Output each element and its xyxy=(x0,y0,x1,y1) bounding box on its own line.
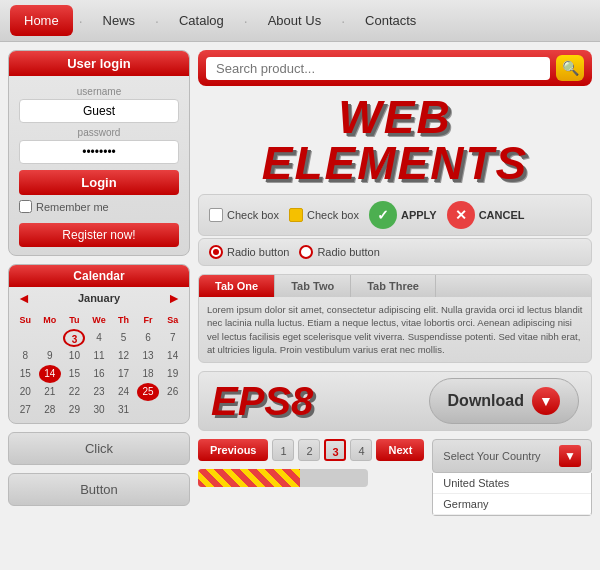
cal-day[interactable]: 22 xyxy=(63,383,85,401)
tab-one[interactable]: Tab One xyxy=(199,275,275,297)
day-mo: Mo xyxy=(39,311,61,329)
cal-day[interactable]: 15 xyxy=(63,365,85,383)
web-elements-title: WEB ELEMENTS xyxy=(198,94,592,186)
cal-day xyxy=(162,401,184,419)
progress-bar-fill xyxy=(198,469,300,487)
apply-icon: ✓ xyxy=(369,201,397,229)
remember-label: Remember me xyxy=(36,201,109,213)
tab-three[interactable]: Tab Three xyxy=(351,275,436,297)
cal-day[interactable]: 17 xyxy=(113,365,135,383)
cal-day-25[interactable]: 25 xyxy=(137,383,159,401)
remember-row: Remember me xyxy=(19,200,179,213)
cal-day[interactable]: 30 xyxy=(88,401,110,419)
nav-sep-3: · xyxy=(244,13,248,29)
nav-sep-4: · xyxy=(341,13,345,29)
calendar-prev[interactable]: ◄ xyxy=(17,290,31,306)
cancel-button[interactable]: ✕ CANCEL xyxy=(447,201,525,229)
cal-day[interactable]: 18 xyxy=(137,365,159,383)
apply-label: APPLY xyxy=(401,209,437,221)
apply-button[interactable]: ✓ APPLY xyxy=(369,201,437,229)
cal-day[interactable]: 23 xyxy=(88,383,110,401)
cal-day[interactable]: 28 xyxy=(39,401,61,419)
nav-catalog[interactable]: Catalog xyxy=(165,5,238,36)
search-input[interactable] xyxy=(206,57,550,80)
cal-day[interactable]: 16 xyxy=(88,365,110,383)
cal-day xyxy=(137,401,159,419)
cal-day-14[interactable]: 14 xyxy=(39,365,61,383)
cal-day[interactable]: 31 xyxy=(113,401,135,419)
tab-content: Lorem ipsum dolor sit amet, consectetur … xyxy=(199,297,591,362)
page-2[interactable]: 2 xyxy=(298,439,320,461)
cal-day[interactable]: 24 xyxy=(113,383,135,401)
cal-day-3[interactable]: 3 xyxy=(63,329,85,347)
next-button[interactable]: Next xyxy=(376,439,424,461)
cal-day[interactable]: 13 xyxy=(137,347,159,365)
cal-week-3: 15 14 15 16 17 18 19 xyxy=(13,365,185,383)
cal-day[interactable]: 21 xyxy=(39,383,61,401)
radio-2[interactable] xyxy=(299,245,313,259)
click-button[interactable]: Click xyxy=(8,432,190,465)
register-link[interactable]: Register now! xyxy=(19,223,179,247)
cal-day[interactable]: 12 xyxy=(113,347,135,365)
controls-row: Check box Check box ✓ APPLY ✕ CANCEL xyxy=(198,194,592,236)
eps-title: EPS8 xyxy=(211,379,313,424)
nav-sep-1: · xyxy=(79,13,83,29)
calendar-day-names: Su Mo Tu We Th Fr Sa xyxy=(13,311,185,329)
page-1[interactable]: 1 xyxy=(272,439,294,461)
cal-day[interactable]: 6 xyxy=(137,329,159,347)
cal-day[interactable]: 15 xyxy=(14,365,36,383)
calendar-next[interactable]: ► xyxy=(167,290,181,306)
country-us[interactable]: United States xyxy=(433,473,591,494)
username-label: username xyxy=(19,86,179,97)
right-panel: 🔍 WEB ELEMENTS Check box Check box ✓ APP… xyxy=(198,50,592,562)
radio-1-label: Radio button xyxy=(227,246,289,258)
download-button[interactable]: Download ▼ xyxy=(429,378,579,424)
checkbox-2-label: Check box xyxy=(307,209,359,221)
cal-day[interactable] xyxy=(39,329,61,347)
calendar-title: Calendar xyxy=(9,265,189,287)
password-input[interactable] xyxy=(19,140,179,164)
nav-contacts[interactable]: Contacts xyxy=(351,5,430,36)
country-select-header[interactable]: Select Your Country ▼ xyxy=(432,439,592,473)
tabs-header: Tab One Tab Two Tab Three xyxy=(199,275,591,297)
nav-about[interactable]: About Us xyxy=(254,5,335,36)
tab-two[interactable]: Tab Two xyxy=(275,275,351,297)
cal-day[interactable]: 14 xyxy=(162,347,184,365)
page-4[interactable]: 4 xyxy=(350,439,372,461)
cal-day[interactable]: 8 xyxy=(14,347,36,365)
login-button[interactable]: Login xyxy=(19,170,179,195)
button-button[interactable]: Button xyxy=(8,473,190,506)
radio-1[interactable] xyxy=(209,245,223,259)
cal-day[interactable]: 26 xyxy=(162,383,184,401)
radio-2-label: Radio button xyxy=(317,246,379,258)
cal-week-4: 20 21 22 23 24 25 26 xyxy=(13,383,185,401)
login-title: User login xyxy=(9,51,189,76)
remember-checkbox[interactable] xyxy=(19,200,32,213)
nav-home[interactable]: Home xyxy=(10,5,73,36)
checkbox-2[interactable] xyxy=(289,208,303,222)
cal-day[interactable]: 29 xyxy=(63,401,85,419)
prev-button[interactable]: Previous xyxy=(198,439,268,461)
page-3[interactable]: 3 xyxy=(324,439,346,461)
cal-day[interactable]: 10 xyxy=(63,347,85,365)
cal-day[interactable]: 4 xyxy=(88,329,110,347)
checkbox-1[interactable] xyxy=(209,208,223,222)
nav-news[interactable]: News xyxy=(89,5,150,36)
checkbox-1-item: Check box xyxy=(209,208,279,222)
calendar-month: January xyxy=(78,292,120,304)
cal-day[interactable]: 7 xyxy=(162,329,184,347)
login-body: username password Login Remember me xyxy=(9,76,189,219)
username-input[interactable] xyxy=(19,99,179,123)
cal-day[interactable]: 9 xyxy=(39,347,61,365)
search-bar: 🔍 xyxy=(198,50,592,86)
country-dropdown: Select Your Country ▼ United States Germ… xyxy=(432,439,592,516)
cal-day[interactable]: 19 xyxy=(162,365,184,383)
cal-day[interactable]: 11 xyxy=(88,347,110,365)
country-de[interactable]: Germany xyxy=(433,494,591,515)
cal-day[interactable]: 5 xyxy=(113,329,135,347)
cal-week-1: 3 4 5 6 7 xyxy=(13,329,185,347)
cal-day[interactable]: 20 xyxy=(14,383,36,401)
search-button[interactable]: 🔍 xyxy=(556,55,584,81)
cal-day[interactable]: 27 xyxy=(14,401,36,419)
cal-day[interactable] xyxy=(14,329,36,347)
